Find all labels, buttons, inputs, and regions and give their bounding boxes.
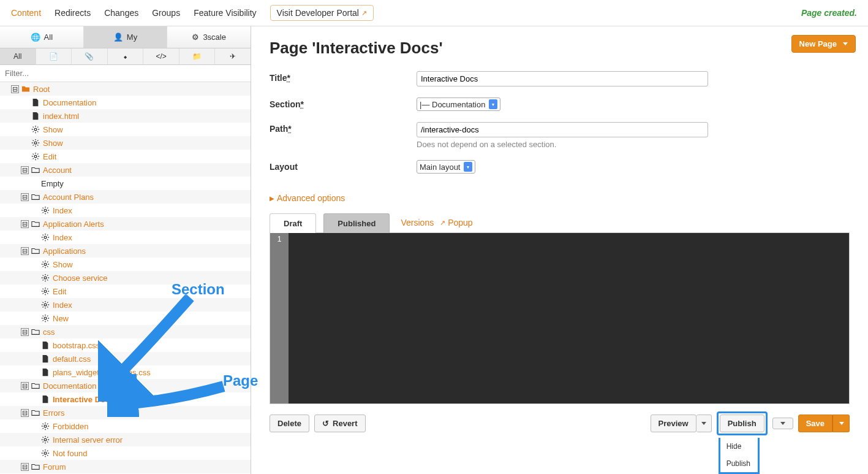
tree-toggle[interactable]: ⊟	[21, 193, 29, 201]
publish-button[interactable]: Publish	[720, 415, 764, 432]
new-page-button[interactable]: New Page	[791, 35, 856, 53]
advanced-options-toggle[interactable]: Advanced options	[270, 193, 345, 203]
visit-dev-portal-button[interactable]: Visit Developer Portal ↗	[270, 5, 374, 21]
tree-item-label[interactable]: Show	[43, 139, 63, 148]
type-tab-folder[interactable]: 📁	[179, 48, 216, 64]
tree-row[interactable]: Internal server error	[0, 433, 251, 446]
owner-tab-my[interactable]: 👤 My	[84, 26, 168, 48]
tree-item-label[interactable]: Account Plans	[43, 193, 94, 202]
tree-item-label[interactable]: bootstrap.css	[53, 341, 100, 350]
tree-item-label[interactable]: Show	[43, 125, 63, 134]
tab-published[interactable]: Published	[323, 213, 390, 233]
section-select[interactable]: |— Documentation ▾	[417, 97, 500, 111]
tree-row[interactable]: Edit	[0, 285, 251, 298]
publish-caret[interactable]	[772, 418, 793, 429]
tree-toggle[interactable]: ⊟	[21, 220, 29, 228]
nav-content[interactable]: Content	[11, 8, 41, 18]
editor-body[interactable]	[289, 233, 849, 403]
nav-groups[interactable]: Groups	[152, 8, 180, 18]
nav-changes[interactable]: Changes	[104, 8, 138, 18]
tree-item-label[interactable]: Internal server error	[53, 435, 123, 445]
tree-item-label[interactable]: plans_widget_overrides.css	[53, 368, 151, 377]
tree-row[interactable]: Choose service	[0, 271, 251, 285]
tree-row[interactable]: ⊟Applications	[0, 244, 251, 258]
tree-item-label[interactable]: Edit	[53, 287, 66, 296]
tree-row[interactable]: Not found	[0, 446, 251, 460]
tree-item-label[interactable]: New	[53, 314, 69, 323]
tree-row[interactable]: Edit	[0, 150, 251, 163]
tree-row[interactable]: ⊟Root	[0, 82, 251, 96]
tree-row[interactable]: Empty	[0, 177, 251, 190]
save-button[interactable]: Save	[798, 415, 832, 432]
tree-item-label[interactable]: index.html	[43, 112, 79, 121]
tree-item-label[interactable]: Interactive Docs	[53, 395, 114, 404]
tree-toggle[interactable]: ⊟	[11, 85, 19, 93]
tree-row[interactable]: Show	[0, 136, 251, 150]
type-tab-all[interactable]: All	[0, 48, 36, 64]
tab-draft[interactable]: Draft	[270, 213, 316, 233]
tree-item-label[interactable]: Errors	[43, 408, 64, 418]
tree-item-label[interactable]: Account	[43, 166, 72, 175]
title-input[interactable]	[417, 71, 708, 86]
tree-item-label[interactable]: Not found	[53, 449, 87, 458]
tree-item-label[interactable]: Applications	[43, 247, 86, 256]
tree-row[interactable]: plans_widget_overrides.css	[0, 365, 251, 379]
tree-row[interactable]: ⊟Errors	[0, 406, 251, 419]
tree-row[interactable]: New	[0, 312, 251, 325]
tree-item-label[interactable]: default.css	[53, 354, 91, 364]
path-input[interactable]	[417, 122, 708, 137]
tree-item-label[interactable]: Forbidden	[53, 422, 89, 431]
tree-row[interactable]: ⊟Forum	[0, 460, 251, 473]
owner-tab-all[interactable]: 🌐 All	[0, 26, 84, 48]
tree-row[interactable]: ⊟css	[0, 325, 251, 338]
revert-button[interactable]: ↺ Revert	[314, 415, 365, 432]
tree-toggle[interactable]: ⊟	[21, 382, 29, 390]
owner-tab-3scale[interactable]: ⚙ 3scale	[167, 26, 251, 48]
publish-menu-hide[interactable]: Hide	[720, 438, 758, 455]
tree-row[interactable]: ⊟Application Alerts	[0, 217, 251, 231]
tree-row[interactable]: Index	[0, 231, 251, 244]
type-tab-rocket[interactable]: ✈	[215, 48, 251, 64]
code-editor[interactable]: 1	[270, 232, 850, 404]
tree-row[interactable]: ⊟Account	[0, 163, 251, 177]
nav-feature-visibility[interactable]: Feature Visibility	[194, 8, 256, 18]
tree-row[interactable]: Documentation	[0, 96, 251, 109]
tree-row[interactable]: Show	[0, 258, 251, 271]
layout-select[interactable]: Main layout ▾	[417, 160, 475, 174]
tree-toggle[interactable]: ⊟	[21, 247, 29, 255]
preview-caret[interactable]	[696, 415, 712, 432]
tree-row[interactable]: Forbidden	[0, 419, 251, 433]
tree-item-label[interactable]: Index	[53, 300, 72, 310]
type-tab-file[interactable]: 📄	[36, 48, 72, 64]
nav-redirects[interactable]: Redirects	[55, 8, 91, 18]
tree-row[interactable]: ⊟Documentation	[0, 379, 251, 392]
tree-toggle[interactable]: ⊟	[21, 463, 29, 471]
tree-item-label[interactable]: Application Alerts	[43, 220, 104, 229]
filter-input[interactable]	[0, 65, 251, 82]
tree-item-label[interactable]: Index	[53, 206, 72, 215]
tree-row[interactable]: bootstrap.css	[0, 338, 251, 352]
delete-button[interactable]: Delete	[270, 415, 309, 432]
tree-toggle[interactable]: ⊟	[21, 409, 29, 417]
tree-row[interactable]: Show	[0, 123, 251, 136]
tree-toggle[interactable]: ⊟	[21, 166, 29, 174]
tree-item-label[interactable]: Root	[33, 85, 50, 94]
tree-item-label[interactable]: Documentation	[43, 381, 96, 391]
type-tab-attachment[interactable]: 📎	[72, 48, 108, 64]
tree-item-label[interactable]: Index	[53, 233, 72, 242]
tree-row[interactable]: Index	[0, 204, 251, 217]
tree-row[interactable]: Index	[0, 298, 251, 312]
tree-item-label[interactable]: Edit	[43, 152, 56, 161]
tree-row[interactable]: ⊟Account Plans	[0, 190, 251, 204]
tree-row[interactable]: Interactive Docs	[0, 392, 251, 406]
save-caret[interactable]	[832, 415, 850, 432]
publish-menu-publish[interactable]: Publish	[720, 455, 758, 472]
tree-item-label[interactable]: Choose service	[53, 273, 108, 283]
type-tab-partial[interactable]: ⬥	[108, 48, 144, 64]
tree-row[interactable]: index.html	[0, 109, 251, 123]
preview-button[interactable]: Preview	[651, 415, 696, 432]
tree-item-label[interactable]: Forum	[43, 462, 66, 472]
popup-link[interactable]: ↗ Popup	[440, 218, 472, 227]
tree-row[interactable]: default.css	[0, 352, 251, 365]
versions-link[interactable]: Versions	[401, 218, 434, 227]
